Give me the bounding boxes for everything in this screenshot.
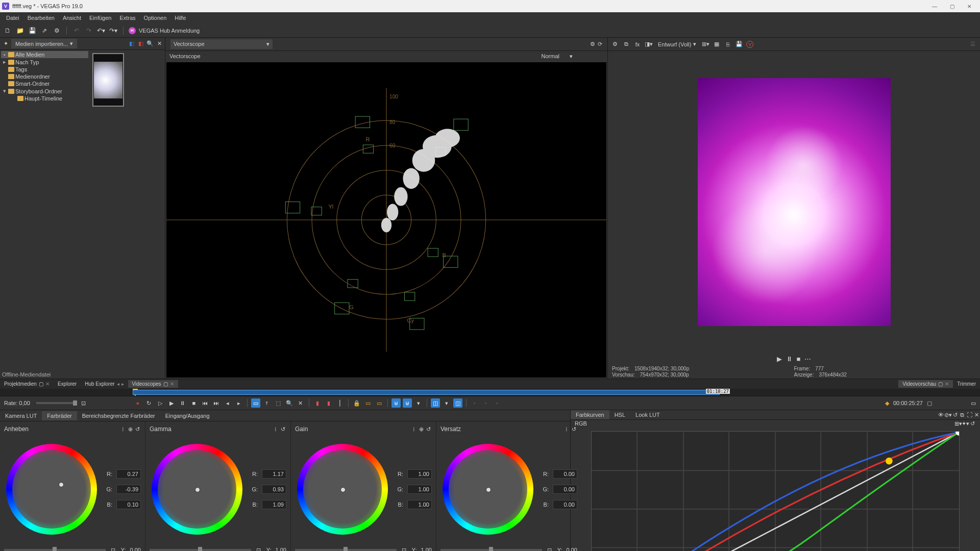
close-tab-icon[interactable]: ✕ — [156, 40, 163, 47]
close-button[interactable]: ✕ — [961, 0, 978, 12]
rgb-curves-chart[interactable] — [591, 431, 960, 551]
preview-props-icon[interactable]: ⚙ — [611, 40, 619, 48]
curves-maximize-icon[interactable]: ⛶ — [966, 411, 973, 418]
reset-y-icon[interactable]: ⊡ — [401, 546, 408, 551]
dim-b-icon[interactable]: ▫ — [481, 398, 491, 408]
color-tag-blue-icon[interactable]: ◧ — [128, 40, 135, 47]
gamma-y-slider[interactable] — [150, 549, 251, 551]
ripple-a-icon[interactable]: ⊎ — [391, 398, 401, 408]
rate-reset-icon[interactable]: ⊡ — [79, 398, 88, 408]
stop-icon[interactable]: ■ — [189, 398, 199, 408]
open-icon[interactable]: 📁 — [15, 26, 24, 35]
media-thumbnail[interactable] — [92, 53, 124, 107]
menu-datei[interactable]: Datei — [2, 15, 23, 21]
tree-tags[interactable]: Tags — [1, 66, 88, 73]
tab-camera-lut[interactable]: Kamera LUT — [0, 411, 42, 420]
zoom-icon[interactable]: 🔍 — [285, 398, 294, 408]
sparkle-icon[interactable]: ✦ — [2, 40, 9, 47]
curves-bypass-icon[interactable]: ⊘▾ — [944, 411, 951, 418]
lock-icon[interactable]: 🔒 — [352, 398, 361, 408]
preview-quality-select[interactable]: Entwurf (Voll)▾ — [656, 40, 698, 48]
reset-curve-icon[interactable]: ↺ — [969, 420, 976, 427]
scope-refresh-icon[interactable]: ⟳ — [596, 41, 603, 48]
timecode-display[interactable]: 00:00:25:27 — [893, 400, 923, 406]
curves-eye-icon[interactable]: 👁 — [937, 411, 944, 418]
scope-mode-select[interactable]: Normal ▾ — [542, 53, 603, 60]
snap2-icon[interactable]: ▭ — [375, 398, 384, 408]
nav-right-icon[interactable]: ▸ — [121, 381, 124, 387]
marker-a-icon[interactable]: ▮ — [313, 398, 322, 408]
normal-edit-icon[interactable]: ▭ — [251, 398, 260, 408]
rate-slider[interactable] — [36, 402, 77, 404]
preview-fx-icon[interactable]: fx — [633, 40, 642, 48]
adjust-icon[interactable]: ⫶ — [119, 425, 127, 433]
menu-extras[interactable]: Extras — [115, 15, 139, 21]
search-icon[interactable]: 🔍 — [146, 40, 154, 47]
undo-dropdown-icon[interactable]: ↶▾ — [96, 26, 106, 35]
lift-y-value[interactable]: 0.00 — [130, 547, 141, 551]
reset-icon[interactable]: ↺ — [134, 425, 141, 433]
tab-io[interactable]: Eingang/Ausgang — [160, 411, 215, 420]
crossfade-dropdown-icon[interactable]: ▾ — [442, 398, 451, 408]
dim-a-icon[interactable]: ▫ — [470, 398, 479, 408]
autocrossfade-icon[interactable]: ◫ — [431, 398, 440, 408]
selection-icon[interactable]: ⬚ — [274, 398, 283, 408]
offset-y-slider[interactable] — [440, 549, 542, 551]
reset-icon[interactable]: ↺ — [279, 425, 286, 433]
undo-icon[interactable]: ↶ — [72, 26, 81, 35]
menu-bearbeiten[interactable]: Bearbeiten — [23, 15, 59, 21]
record-button[interactable]: ● — [133, 398, 142, 408]
gain-y-value[interactable]: 1.00 — [421, 547, 432, 551]
scope-type-select[interactable]: Vectorscope ▾ — [170, 39, 273, 49]
picker-icon[interactable]: ⊕ — [127, 425, 134, 433]
new-project-icon[interactable]: 🗋 — [3, 26, 12, 35]
auto-icon[interactable]: ✦▾ — [962, 420, 969, 427]
play-icon[interactable]: ▶ — [167, 398, 176, 408]
marker-b-icon[interactable]: ▮ — [324, 398, 333, 408]
nav-left-icon[interactable]: ◂ — [117, 381, 119, 387]
preview-split-icon[interactable]: ◨▾ — [645, 40, 653, 48]
ripple-dropdown-icon[interactable]: ▾ — [414, 398, 423, 408]
grid-icon[interactable]: ⊞▾ — [701, 40, 709, 48]
snap-icon[interactable]: ▭ — [363, 398, 373, 408]
v-badge-icon[interactable]: V — [746, 41, 753, 48]
quantize-icon[interactable]: ◫ — [453, 398, 462, 408]
gamma-r-value[interactable]: 1.17 — [262, 469, 286, 479]
lift-r-value[interactable]: 0.27 — [116, 469, 141, 479]
hub-icon[interactable]: H — [129, 27, 136, 34]
scope-settings-icon[interactable]: ⚙ — [589, 41, 596, 48]
tree-main-timeline[interactable]: Haupt-Timeline — [1, 95, 88, 102]
timecode-edit-icon[interactable]: ▢ — [927, 400, 932, 407]
play-icon[interactable]: ▶ — [777, 355, 782, 363]
menu-hilfe[interactable]: Hilfe — [170, 15, 190, 21]
tree-by-type[interactable]: ▸Nach Typ — [1, 58, 88, 66]
snapshot-icon[interactable]: 💾 — [735, 40, 743, 48]
play-from-start-icon[interactable]: ▷ — [156, 398, 165, 408]
tab-project-media[interactable]: Projektmedien▢✕ — [0, 380, 54, 388]
redo-dropdown-icon[interactable]: ↷▾ — [109, 26, 118, 35]
adjust-icon[interactable]: ⫶ — [272, 425, 279, 433]
pause-icon[interactable]: ⏸ — [178, 398, 187, 408]
render-icon[interactable]: ⇗ — [40, 26, 49, 35]
more-icon[interactable]: ⋯ — [804, 355, 811, 363]
dock-icon[interactable]: ▢ — [938, 381, 943, 387]
grid-mode-icon[interactable]: ⊞▾ — [954, 420, 962, 427]
adjust-icon[interactable]: ⫶ — [410, 425, 418, 433]
maximize-timeline-icon[interactable]: ▭ — [971, 400, 976, 407]
gain-r-value[interactable]: 1.00 — [407, 469, 432, 479]
close-icon[interactable]: ✕ — [45, 381, 50, 387]
offset-wheel[interactable] — [443, 444, 533, 535]
split-icon[interactable]: ⎮ — [335, 398, 345, 408]
minimize-button[interactable]: — — [926, 0, 943, 12]
copy-icon[interactable]: ⎘ — [724, 40, 732, 48]
curves-close-icon[interactable]: ✕ — [973, 411, 980, 418]
reset-icon[interactable]: ↺ — [425, 425, 432, 433]
import-media-button[interactable]: Medien importieren... ▾ — [11, 39, 77, 48]
gain-y-slider[interactable] — [295, 549, 397, 551]
curves-undock-icon[interactable]: ⧉ — [959, 411, 966, 418]
gain-wheel[interactable] — [297, 444, 388, 535]
tree-folders[interactable]: Medienordner — [1, 73, 88, 80]
menu-ansicht[interactable]: Ansicht — [59, 15, 85, 21]
clear-icon[interactable]: ✕ — [296, 398, 305, 408]
go-start-icon[interactable]: ⏮ — [201, 398, 210, 408]
